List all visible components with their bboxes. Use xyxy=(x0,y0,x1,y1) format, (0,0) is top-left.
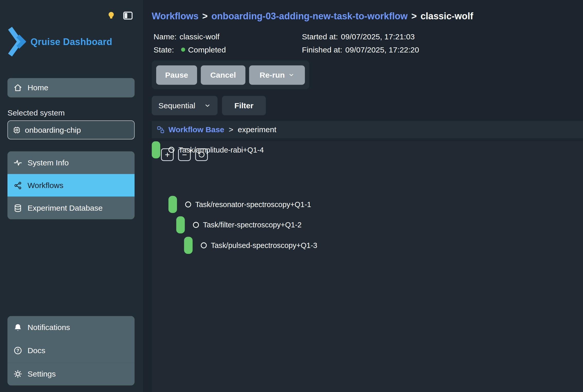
workflow-current-node: experiment xyxy=(238,125,276,134)
name-value: classic-wolf xyxy=(180,30,219,43)
status-dot xyxy=(181,48,185,52)
sidebar-footer-nav: Notifications ? Docs Sett xyxy=(7,316,135,386)
breadcrumb-current: classic-wolf xyxy=(420,11,473,21)
task-label: Task/amplitude-rabi+Q1-4 xyxy=(179,146,264,154)
app-window: Qruise Dashboard Home Selected system on… xyxy=(0,0,583,392)
layout-mode-select[interactable]: Sequential xyxy=(152,96,218,115)
run-meta-right: Started at: 09/07/2025, 17:21:03 Finishe… xyxy=(302,30,419,56)
qruise-logo-icon xyxy=(7,24,26,59)
chip-icon xyxy=(13,126,21,134)
cancel-button[interactable]: Cancel xyxy=(201,65,245,85)
svg-text:?: ? xyxy=(16,348,19,353)
run-state-row: State: Completed xyxy=(154,43,226,56)
task-status-pill xyxy=(176,216,185,233)
task-node[interactable]: Task/amplitude-rabi+Q1-4 xyxy=(152,141,264,158)
task-node[interactable]: Task/filter-spectroscopy+Q1-2 xyxy=(176,216,302,233)
lightbulb-icon[interactable] xyxy=(106,10,116,21)
sidebar-item-system-info[interactable]: System Info xyxy=(7,151,135,174)
sidebar-top-icons xyxy=(106,10,134,21)
rerun-button[interactable]: Re-run xyxy=(249,65,305,85)
status-badge: Completed xyxy=(188,43,226,56)
workflow-icon xyxy=(156,126,165,134)
home-label: Home xyxy=(28,83,48,92)
task-status-pill xyxy=(184,237,192,254)
run-actions-panel: Pause Cancel Re-run xyxy=(152,61,310,89)
workflow-breadcrumb-separator: > xyxy=(228,125,234,134)
finished-value: 09/07/2025, 17:22:20 xyxy=(345,43,419,56)
task-state-circle-icon xyxy=(169,147,174,153)
selected-system-label: Selected system xyxy=(7,109,65,118)
system-selector-value: onboarding-chip xyxy=(25,126,81,135)
task-node[interactable]: Task/resonator-spectroscopy+Q1-1 xyxy=(169,196,311,213)
sidebar-item-label: Workflows xyxy=(28,181,63,190)
name-label: Name: xyxy=(154,30,176,43)
sidebar: Qruise Dashboard Home Selected system on… xyxy=(0,0,143,392)
finished-label: Finished at: xyxy=(302,43,342,56)
task-status-pill xyxy=(152,141,160,158)
task-state-circle-icon xyxy=(185,201,191,207)
state-label: State: xyxy=(154,43,174,56)
sidebar-item-label: System Info xyxy=(28,158,69,167)
task-state-circle-icon xyxy=(201,242,207,248)
sidebar-toggle-icon[interactable] xyxy=(122,10,133,21)
breadcrumb: Workflows>onboarding-03-adding-new-task-… xyxy=(152,11,473,22)
share-icon xyxy=(13,181,22,190)
started-label: Started at: xyxy=(302,30,338,43)
pulse-icon xyxy=(13,158,22,167)
breadcrumb-workflows-link[interactable]: Workflows xyxy=(152,11,199,21)
task-node[interactable]: Task/pulsed-spectroscopy+Q1-3 xyxy=(184,237,317,254)
sidebar-item-label: Docs xyxy=(28,346,45,355)
chevron-down-icon xyxy=(204,102,211,109)
sidebar-item-experiment-database[interactable]: Experiment Database xyxy=(7,197,135,219)
brand: Qruise Dashboard xyxy=(7,24,112,59)
run-name-row: Name: classic-wolf xyxy=(154,30,226,43)
task-label: Task/pulsed-spectroscopy+Q1-3 xyxy=(211,241,317,250)
gear-icon xyxy=(13,369,22,378)
task-label: Task/resonator-spectroscopy+Q1-1 xyxy=(195,200,311,209)
sidebar-item-label: Experiment Database xyxy=(28,203,103,212)
workflow-canvas[interactable]: + − Task/resonator-spectroscopy+Q1-1 xyxy=(152,141,583,392)
main-content: Workflows>onboarding-03-adding-new-task-… xyxy=(143,0,583,392)
breadcrumb-separator: > xyxy=(199,11,211,21)
system-selector[interactable]: onboarding-chip xyxy=(7,120,135,139)
sidebar-item-label: Notifications xyxy=(28,323,70,332)
breadcrumb-separator: > xyxy=(408,11,420,21)
chevron-down-icon xyxy=(288,72,295,78)
task-label: Task/filter-spectroscopy+Q1-2 xyxy=(203,221,302,229)
finished-at-row: Finished at: 09/07/2025, 17:22:20 xyxy=(302,43,419,56)
help-icon: ? xyxy=(13,346,22,355)
sidebar-item-notifications[interactable]: Notifications xyxy=(7,316,135,339)
bell-icon xyxy=(13,323,22,332)
started-value: 09/07/2025, 17:21:03 xyxy=(341,30,415,43)
layout-mode-value: Sequential xyxy=(158,101,195,110)
workflow-base-link[interactable]: Workflow Base xyxy=(169,125,224,134)
view-toolbar: Sequential Filter xyxy=(152,96,266,115)
sidebar-item-docs[interactable]: ? Docs xyxy=(7,339,135,362)
sidebar-item-workflows[interactable]: Workflows xyxy=(7,174,135,197)
workflow-breadcrumb-bar: Workflow Base > experiment xyxy=(152,121,583,138)
sidebar-item-settings[interactable]: Settings xyxy=(7,362,135,385)
home-icon xyxy=(13,83,22,92)
brand-title: Qruise Dashboard xyxy=(31,36,112,47)
filter-button[interactable]: Filter xyxy=(222,96,266,115)
breadcrumb-run-group-link[interactable]: onboarding-03-adding-new-task-to-workflo… xyxy=(211,11,408,21)
task-state-circle-icon xyxy=(193,222,199,228)
pause-button[interactable]: Pause xyxy=(156,65,197,85)
sidebar-item-label: Settings xyxy=(28,369,56,378)
run-meta-left: Name: classic-wolf State: Completed xyxy=(154,30,226,56)
sidebar-item-home[interactable]: Home xyxy=(7,78,135,97)
sidebar-nav: System Info Workflows xyxy=(7,151,135,219)
task-status-pill xyxy=(169,196,177,213)
started-at-row: Started at: 09/07/2025, 17:21:03 xyxy=(302,30,419,43)
database-icon xyxy=(13,203,22,212)
rerun-label: Re-run xyxy=(260,70,285,79)
